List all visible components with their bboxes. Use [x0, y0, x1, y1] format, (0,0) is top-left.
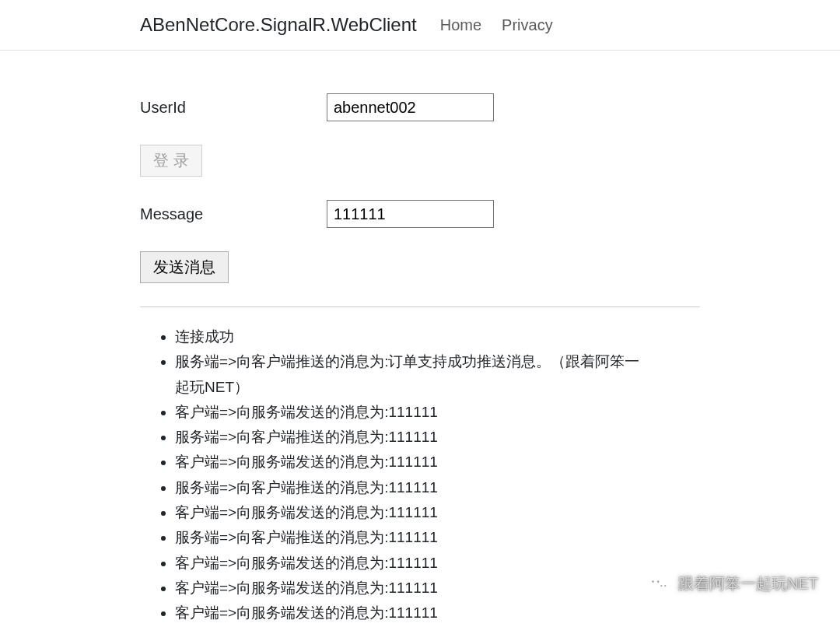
main-container: UserId 登 录 Message 发送消息 连接成功 服务端=>向客户端推送… — [0, 51, 840, 626]
list-item: 客户端=>向服务端发送的消息为:111111 — [175, 576, 642, 601]
divider — [140, 306, 700, 307]
list-item: 客户端=>向服务端发送的消息为:111111 — [175, 400, 642, 425]
list-item: 连接成功 — [175, 324, 642, 349]
list-item: 客户端=>向服务端发送的消息为:111111 — [175, 601, 642, 625]
send-button[interactable]: 发送消息 — [140, 251, 229, 283]
message-label: Message — [140, 205, 327, 223]
userid-row: UserId — [140, 93, 700, 121]
userid-label: UserId — [140, 99, 327, 117]
list-item: 服务端=>向客户端推送的消息为:111111 — [175, 425, 642, 450]
message-list: 连接成功 服务端=>向客户端推送的消息为:订单支持成功推送消息。（跟着阿笨一起玩… — [140, 324, 700, 626]
login-row: 登 录 — [140, 145, 700, 177]
navbar-brand[interactable]: ABenNetCore.SignalR.WebClient — [140, 14, 417, 36]
userid-input[interactable] — [327, 93, 494, 121]
send-row: 发送消息 — [140, 251, 700, 283]
list-item: 服务端=>向客户端推送的消息为:订单支持成功推送消息。（跟着阿笨一起玩NET） — [175, 349, 642, 400]
list-item: 客户端=>向服务端发送的消息为:111111 — [175, 500, 642, 525]
login-button[interactable]: 登 录 — [140, 145, 202, 177]
list-item: 客户端=>向服务端发送的消息为:111111 — [175, 551, 642, 576]
list-item: 服务端=>向客户端推送的消息为:111111 — [175, 525, 642, 550]
list-item: 客户端=>向服务端发送的消息为:111111 — [175, 450, 642, 475]
nav-link-home[interactable]: Home — [440, 16, 481, 34]
navbar: ABenNetCore.SignalR.WebClient Home Priva… — [0, 0, 840, 51]
list-item: 服务端=>向客户端推送的消息为:111111 — [175, 475, 642, 500]
nav-link-privacy[interactable]: Privacy — [502, 16, 553, 34]
message-input[interactable] — [327, 200, 494, 228]
message-row: Message — [140, 200, 700, 228]
